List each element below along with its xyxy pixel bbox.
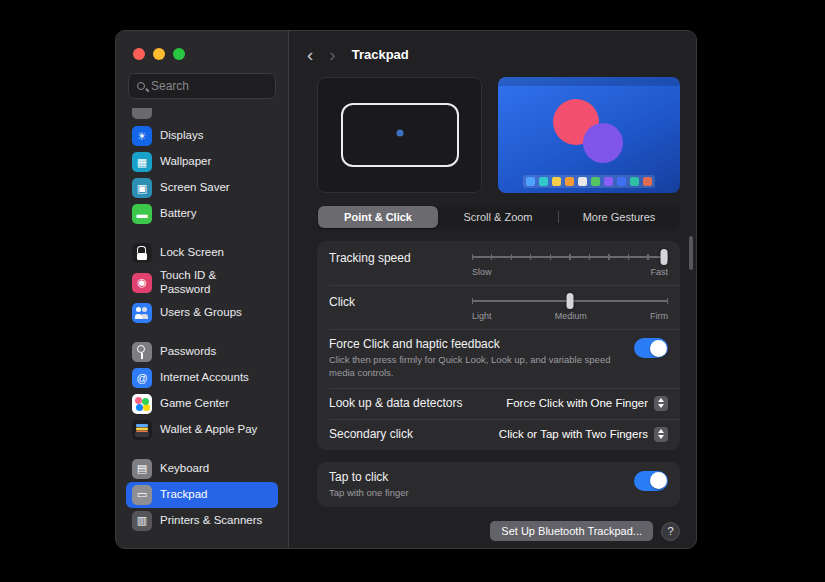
displays-icon: ☀ [132, 126, 152, 146]
sidebar-item-internet-accounts[interactable]: @ Internet Accounts [126, 365, 278, 391]
content-area: Point & Click Scroll & Zoom More Gesture… [289, 77, 696, 549]
sidebar-item-battery[interactable]: ▬ Battery [126, 201, 278, 227]
sidebar: ☀ Displays ▦ Wallpaper ▣ Screen Saver ▬ … [116, 31, 288, 548]
gesture-tabs: Point & Click Scroll & Zoom More Gesture… [317, 205, 680, 229]
sidebar-item-label: Wallpaper [160, 155, 211, 169]
sidebar-item-screen-saver[interactable]: ▣ Screen Saver [126, 175, 278, 201]
tab-more-gestures[interactable]: More Gestures [559, 206, 679, 228]
sidebar-item-label: Keyboard [160, 462, 209, 476]
tap-to-click-row: Tap to click Tap with one finger [317, 462, 680, 508]
slider-max-label: Fast [650, 267, 668, 277]
sidebar-item-label: Trackpad [160, 488, 208, 502]
preview-dock [523, 175, 655, 188]
tab-point-and-click[interactable]: Point & Click [318, 206, 438, 228]
battery-icon: ▬ [132, 204, 152, 224]
force-click-description: Click then press firmly for Quick Look, … [329, 354, 634, 380]
minimize-window-button[interactable] [153, 48, 165, 60]
sidebar-item-trackpad[interactable]: ▭ Trackpad [126, 482, 278, 508]
search-icon [137, 82, 145, 90]
sidebar-item-wallet-apple-pay[interactable]: Wallet & Apple Pay [126, 417, 278, 443]
look-up-popup[interactable]: Force Click with One Finger [506, 396, 668, 411]
game-center-icon [132, 394, 152, 414]
sidebar-item-printers-scanners[interactable]: ▥ Printers & Scanners [126, 508, 278, 534]
partial-scrolled-item [126, 108, 278, 121]
sidebar-item-keyboard[interactable]: ▤ Keyboard [126, 456, 278, 482]
look-up-label: Look up & data detectors [329, 396, 462, 410]
dock-app-square [604, 177, 613, 186]
sidebar-item-users-groups[interactable]: Users & Groups [126, 300, 278, 326]
force-click-row: Force Click and haptic feedback Click th… [317, 329, 680, 388]
tap-to-click-toggle[interactable] [634, 471, 668, 491]
footer-row: Set Up Bluetooth Trackpad... ? [317, 521, 680, 541]
sidebar-item-label: Displays [160, 129, 203, 143]
system-settings-window: ☀ Displays ▦ Wallpaper ▣ Screen Saver ▬ … [115, 30, 697, 549]
sidebar-item-label: Lock Screen [160, 246, 224, 260]
wallpaper-icon: ▦ [132, 152, 152, 172]
popup-chevrons-icon [654, 427, 668, 442]
sidebar-item-label: Wallet & Apple Pay [160, 423, 257, 437]
forward-button[interactable]: › [329, 45, 335, 64]
search-field[interactable] [128, 73, 276, 99]
toggle-knob [650, 340, 667, 357]
secondary-click-popup[interactable]: Click or Tap with Two Fingers [499, 427, 668, 442]
back-button[interactable]: ‹ [307, 45, 313, 64]
sidebar-item-label: Battery [160, 207, 196, 221]
click-label: Click [329, 293, 355, 309]
tap-to-click-description: Tap with one finger [329, 487, 409, 500]
sidebar-list: ☀ Displays ▦ Wallpaper ▣ Screen Saver ▬ … [116, 108, 288, 548]
dock-app-square [630, 177, 639, 186]
close-window-button[interactable] [133, 48, 145, 60]
toggle-knob [650, 472, 667, 489]
scrollbar-thumb[interactable] [689, 236, 693, 270]
lock-icon [132, 243, 152, 263]
secondary-click-label: Secondary click [329, 427, 413, 441]
sidebar-item-label: Printers & Scanners [160, 514, 262, 528]
sidebar-item-displays[interactable]: ☀ Displays [126, 123, 278, 149]
window-controls [116, 31, 288, 60]
trackpad-cursor-dot [396, 129, 403, 136]
click-slider-thumb[interactable] [567, 293, 574, 309]
preview-row [317, 77, 680, 193]
sidebar-item-label: Screen Saver [160, 181, 230, 195]
tap-to-click-card: Tap to click Tap with one finger [317, 462, 680, 508]
at-icon: @ [132, 368, 152, 388]
sidebar-item-label: Touch ID & Password [160, 269, 242, 297]
sidebar-item-passwords[interactable]: Passwords [126, 339, 278, 365]
zoom-window-button[interactable] [173, 48, 185, 60]
setup-bluetooth-trackpad-button[interactable]: Set Up Bluetooth Trackpad... [490, 521, 653, 541]
help-button[interactable]: ? [661, 522, 680, 541]
tracking-speed-slider-thumb[interactable] [661, 249, 668, 265]
slider-max-label: Firm [650, 311, 668, 321]
slider-mid-label: Medium [555, 311, 587, 321]
dock-app-square [552, 177, 561, 186]
titlebar: ‹ › Trackpad [289, 31, 696, 77]
preview-circle-purple [583, 123, 623, 163]
printer-icon: ▥ [132, 511, 152, 531]
dock-app-square [617, 177, 626, 186]
click-firmness-slider[interactable] [472, 293, 668, 309]
wallet-icon [132, 420, 152, 440]
sidebar-item-label: Game Center [160, 397, 229, 411]
dock-app-square [578, 177, 587, 186]
touch-id-icon: ◉ [132, 273, 152, 293]
search-input[interactable] [151, 79, 267, 93]
dock-app-square [526, 177, 535, 186]
partial-item-icon [132, 108, 152, 119]
slider-min-label: Slow [472, 267, 492, 277]
sidebar-item-game-center[interactable]: Game Center [126, 391, 278, 417]
sidebar-item-wallpaper[interactable]: ▦ Wallpaper [126, 149, 278, 175]
page-title: Trackpad [352, 47, 409, 62]
look-up-row: Look up & data detectors Force Click wit… [317, 388, 680, 419]
trackpad-outline-illustration [341, 103, 459, 167]
sidebar-item-touch-id-password[interactable]: ◉ Touch ID & Password [126, 266, 278, 300]
preview-menubar [498, 77, 680, 86]
secondary-click-row: Secondary click Click or Tap with Two Fi… [317, 419, 680, 450]
tab-scroll-and-zoom[interactable]: Scroll & Zoom [438, 206, 558, 228]
force-click-toggle[interactable] [634, 338, 668, 358]
sidebar-item-lock-screen[interactable]: Lock Screen [126, 240, 278, 266]
tap-to-click-label: Tap to click [329, 470, 409, 484]
keyboard-icon: ▤ [132, 459, 152, 479]
tracking-speed-slider[interactable] [472, 249, 668, 265]
sidebar-item-label: Users & Groups [160, 306, 242, 320]
point-click-settings-card: Tracking speed Slow Fast [317, 241, 680, 450]
